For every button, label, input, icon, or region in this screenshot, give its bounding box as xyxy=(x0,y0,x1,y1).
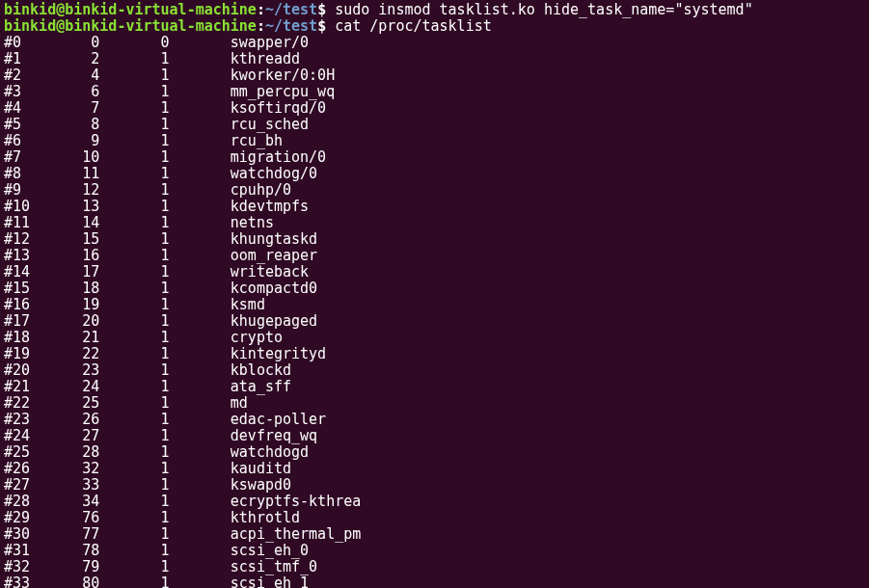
colon: : xyxy=(257,1,265,18)
task-row: #14 17 1 writeback xyxy=(4,264,865,281)
path: ~/test xyxy=(265,17,317,35)
task-row: #19 22 1 kintegrityd xyxy=(4,346,865,362)
task-row: #8 11 1 watchdog/0 xyxy=(4,166,865,182)
dollar: $ xyxy=(317,1,326,18)
dollar: $ xyxy=(317,17,326,35)
task-row: #17 20 1 khugepaged xyxy=(4,313,865,330)
task-row: #2 4 1 kworker/0:0H xyxy=(4,67,865,84)
task-row: #6 9 1 rcu_bh xyxy=(4,133,865,149)
task-row: #24 27 1 devfreq_wq xyxy=(4,428,865,444)
tasklist-output: #0 0 0 swapper/0#1 2 1 kthreadd#2 4 1 kw… xyxy=(4,35,865,588)
task-row: #26 32 1 kauditd xyxy=(4,461,865,477)
task-row: #28 34 1 ecryptfs-kthrea xyxy=(4,494,865,510)
task-row: #31 78 1 scsi_eh_0 xyxy=(4,543,865,559)
user-host: binkid@binkid-virtual-machine xyxy=(4,17,257,35)
task-row: #9 12 1 cpuhp/0 xyxy=(4,182,865,199)
command-text: sudo insmod tasklist.ko hide_task_name="… xyxy=(326,1,753,18)
task-row: #29 76 1 kthrotld xyxy=(4,510,865,526)
command-text: cat /proc/tasklist xyxy=(326,17,492,35)
task-row: #11 14 1 netns xyxy=(4,215,865,231)
task-row: #16 19 1 ksmd xyxy=(4,297,865,313)
task-row: #27 33 1 kswapd0 xyxy=(4,477,865,494)
task-row: #32 79 1 scsi_tmf_0 xyxy=(4,559,865,575)
task-row: #4 7 1 ksoftirqd/0 xyxy=(4,100,865,117)
task-row: #33 80 1 scsi_eh_1 xyxy=(4,575,865,588)
task-row: #21 24 1 ata_sff xyxy=(4,379,865,395)
task-row: #10 13 1 kdevtmpfs xyxy=(4,199,865,215)
task-row: #25 28 1 watchdogd xyxy=(4,444,865,461)
prompt-line-2: binkid@binkid-virtual-machine:~/test$ ca… xyxy=(4,18,865,35)
colon: : xyxy=(257,17,265,35)
task-row: #30 77 1 acpi_thermal_pm xyxy=(4,526,865,543)
path: ~/test xyxy=(265,1,317,18)
prompt-line-1: binkid@binkid-virtual-machine:~/test$ su… xyxy=(4,2,865,18)
task-row: #5 8 1 rcu_sched xyxy=(4,117,865,133)
task-row: #3 6 1 mm_percpu_wq xyxy=(4,84,865,100)
task-row: #15 18 1 kcompactd0 xyxy=(4,281,865,297)
task-row: #23 26 1 edac-poller xyxy=(4,412,865,428)
task-row: #20 23 1 kblockd xyxy=(4,362,865,379)
task-row: #13 16 1 oom_reaper xyxy=(4,248,865,264)
task-row: #18 21 1 crypto xyxy=(4,330,865,346)
task-row: #0 0 0 swapper/0 xyxy=(4,35,865,51)
task-row: #1 2 1 kthreadd xyxy=(4,51,865,67)
user-host: binkid@binkid-virtual-machine xyxy=(4,1,257,18)
task-row: #12 15 1 khungtaskd xyxy=(4,231,865,248)
task-row: #22 25 1 md xyxy=(4,395,865,412)
task-row: #7 10 1 migration/0 xyxy=(4,149,865,166)
